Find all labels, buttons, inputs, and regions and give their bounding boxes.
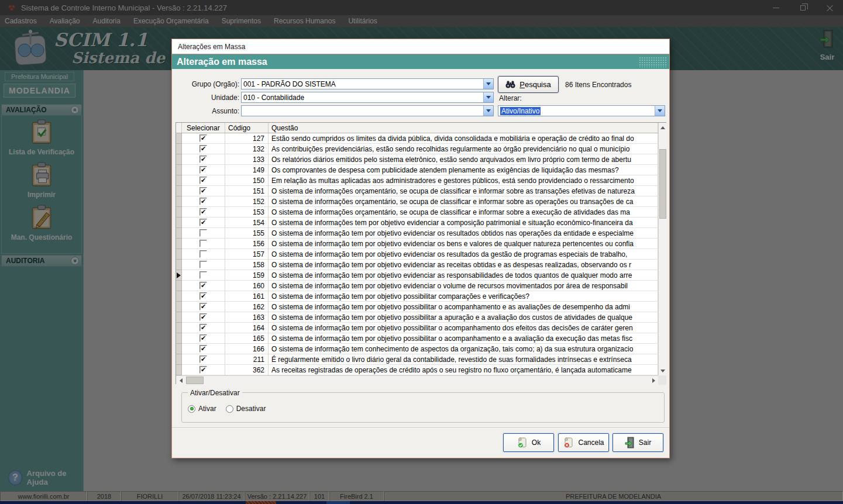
- questao-cell: O sistema de informação tem por objetivo…: [269, 302, 658, 312]
- codigo-cell: 158: [225, 260, 269, 270]
- radio-selected-icon: [188, 405, 195, 413]
- row-checkbox[interactable]: [199, 145, 207, 153]
- vertical-scrollbar[interactable]: [658, 123, 666, 375]
- radio-ativar[interactable]: Ativar: [188, 405, 216, 413]
- row-checkbox[interactable]: [199, 187, 207, 195]
- ok-button[interactable]: Ok: [503, 433, 554, 452]
- selecionar-cell: [182, 312, 225, 323]
- table-row[interactable]: 127Estão sendo cumpridos os limites da d…: [176, 133, 658, 144]
- row-checkbox[interactable]: [199, 250, 207, 258]
- scrollbar-corner: [658, 375, 666, 385]
- row-checkbox[interactable]: [199, 366, 207, 374]
- row-checkbox[interactable]: [199, 261, 207, 268]
- selecionar-cell: [182, 365, 225, 375]
- alterar-label: Alterar:: [499, 94, 522, 102]
- horizontal-scroll-thumb[interactable]: [186, 377, 204, 384]
- codigo-cell: 160: [225, 281, 269, 291]
- questao-cell: O sistema de informação tem por objetivo…: [269, 323, 658, 333]
- codigo-cell: 132: [225, 144, 269, 154]
- row-checkbox[interactable]: [199, 166, 207, 174]
- table-row[interactable]: 159O sistema de informação tem por objet…: [176, 270, 658, 281]
- table-row[interactable]: 160O sistema de informação tem por objet…: [176, 281, 658, 291]
- scroll-check-icon: [517, 437, 528, 448]
- assunto-combobox[interactable]: [241, 105, 494, 116]
- scroll-down-icon[interactable]: [659, 366, 667, 375]
- chevron-down-icon[interactable]: [655, 106, 665, 116]
- table-row[interactable]: 165O sistema de informação tem por objet…: [176, 333, 658, 344]
- row-checkbox[interactable]: [199, 229, 207, 237]
- chevron-down-icon[interactable]: [483, 79, 493, 89]
- exit-button[interactable]: Sair: [613, 433, 663, 452]
- questao-cell: O sistema de informação tem por objetivo…: [269, 312, 658, 323]
- row-checkbox[interactable]: [199, 271, 207, 279]
- selecionar-cell: [182, 207, 225, 218]
- scroll-right-icon[interactable]: [649, 376, 658, 385]
- table-row[interactable]: 154O sistema de informações tem por obje…: [176, 218, 658, 228]
- row-checkbox[interactable]: [199, 355, 207, 363]
- selecionar-cell: [182, 239, 225, 249]
- scroll-up-icon[interactable]: [659, 123, 667, 132]
- table-row[interactable]: 157O sistema de informação tem por objet…: [176, 249, 658, 260]
- row-checkbox[interactable]: [199, 282, 207, 289]
- questao-cell: É regularmente emitido o livro diário ge…: [269, 354, 658, 365]
- cancel-button[interactable]: Cancela: [558, 433, 609, 452]
- table-row[interactable]: 362As receitas registradas de operações …: [176, 365, 658, 375]
- codigo-cell: 154: [225, 218, 269, 228]
- row-checkbox[interactable]: [199, 240, 207, 247]
- table-row[interactable]: 153O sistema de informações orçamentário…: [176, 207, 658, 218]
- row-indicator-cell: [176, 196, 182, 207]
- row-indicator-cell: [176, 344, 182, 354]
- codigo-cell: 127: [225, 133, 269, 144]
- table-row[interactable]: 163O sistema de informação tem por objet…: [176, 312, 658, 323]
- row-checkbox[interactable]: [199, 156, 207, 163]
- questao-cell: Os comprovantes de despesa com publicida…: [269, 165, 658, 175]
- row-indicator-cell: [176, 228, 182, 239]
- table-row[interactable]: 152O sistema de informações orçamentário…: [176, 196, 658, 207]
- selecionar-cell: [182, 281, 225, 291]
- table-row[interactable]: 161O sistema de informação tem por objet…: [176, 291, 658, 302]
- row-checkbox[interactable]: [199, 177, 207, 184]
- chevron-down-icon[interactable]: [483, 106, 493, 116]
- vertical-scroll-thumb[interactable]: [659, 149, 666, 219]
- row-indicator-cell: [176, 291, 182, 302]
- questao-column-header: Questão: [269, 123, 658, 133]
- grupo-combobox[interactable]: 001 - PADRÃO DO SISTEMA: [241, 78, 494, 89]
- codigo-cell: 149: [225, 165, 269, 175]
- table-row[interactable]: 133Os relatórios diários emitidos pelo s…: [176, 154, 658, 165]
- table-row[interactable]: 132As contribuições previdenciárias, est…: [176, 144, 658, 154]
- row-checkbox[interactable]: [199, 198, 207, 205]
- table-row[interactable]: 211É regularmente emitido o livro diário…: [176, 354, 658, 365]
- selecionar-cell: [182, 133, 225, 144]
- alterar-combobox[interactable]: Ativo/Inativo: [498, 105, 665, 116]
- table-row[interactable]: 166O sistema de informação tem conhecime…: [176, 344, 658, 354]
- selecionar-cell: [182, 144, 225, 154]
- unidade-combobox[interactable]: 010 - Contabilidade: [241, 92, 494, 103]
- selecionar-cell: [182, 333, 225, 344]
- row-checkbox[interactable]: [199, 303, 207, 310]
- table-row[interactable]: 164O sistema de informação tem por objet…: [176, 323, 658, 333]
- questao-cell: O sistema de informação tem por objetivo…: [269, 281, 658, 291]
- selecionar-cell: [182, 186, 225, 196]
- row-checkbox[interactable]: [199, 292, 207, 300]
- row-checkbox[interactable]: [199, 345, 207, 353]
- table-row[interactable]: 158O sistema de informação tem por objet…: [176, 260, 658, 270]
- row-checkbox[interactable]: [199, 334, 207, 342]
- row-checkbox[interactable]: [199, 134, 207, 142]
- row-checkbox[interactable]: [199, 208, 207, 216]
- pesquisa-button[interactable]: Pesquisa: [498, 76, 559, 93]
- scroll-left-icon[interactable]: [176, 376, 185, 385]
- row-checkbox[interactable]: [199, 313, 207, 321]
- chevron-down-icon[interactable]: [483, 92, 493, 102]
- unidade-label: Unidade:: [174, 94, 239, 102]
- table-row[interactable]: 150Em relação às multas aplicadas aos ad…: [176, 175, 658, 186]
- table-row[interactable]: 155O sistema de informação tem por objet…: [176, 228, 658, 239]
- table-row[interactable]: 162O sistema de informação tem por objet…: [176, 302, 658, 312]
- radio-desativar[interactable]: Desativar: [226, 405, 266, 413]
- table-row[interactable]: 151O sistema de informações orçamentário…: [176, 186, 658, 196]
- horizontal-scrollbar[interactable]: [176, 375, 658, 385]
- row-checkbox[interactable]: [199, 219, 207, 226]
- codigo-cell: 155: [225, 228, 269, 239]
- table-row[interactable]: 149Os comprovantes de despesa com public…: [176, 165, 658, 175]
- table-row[interactable]: 156O sistema de informação tem por objet…: [176, 239, 658, 249]
- row-checkbox[interactable]: [199, 324, 207, 332]
